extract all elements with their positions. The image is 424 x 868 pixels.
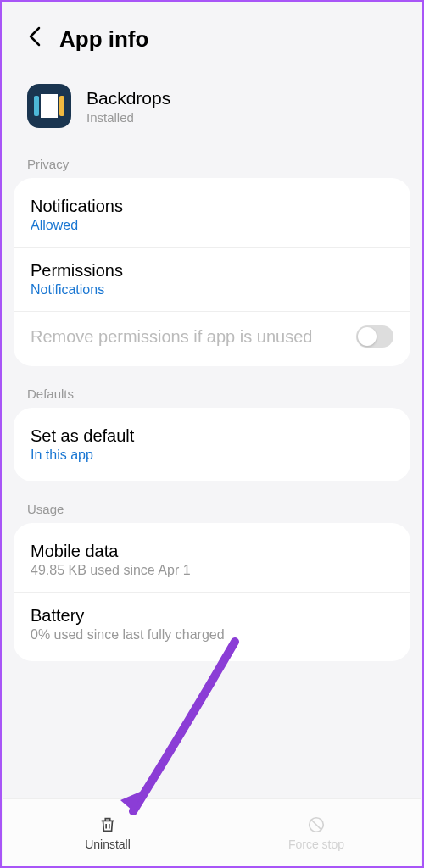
force-stop-button: Force stop: [212, 799, 421, 866]
page-title: App info: [59, 26, 148, 53]
uninstall-button[interactable]: Uninstall: [3, 799, 212, 866]
defaults-card: Set as default In this app: [14, 408, 410, 481]
mobile-data-value: 49.85 KB used since Apr 1: [31, 563, 393, 578]
app-header: Backdrops Installed: [2, 69, 422, 148]
notifications-row[interactable]: Notifications Allowed: [14, 183, 410, 248]
app-name: Backdrops: [86, 88, 170, 108]
privacy-card: Notifications Allowed Permissions Notifi…: [14, 178, 410, 366]
app-status: Installed: [86, 110, 170, 125]
section-label-defaults: Defaults: [2, 378, 422, 408]
permissions-title: Permissions: [31, 261, 393, 281]
notifications-title: Notifications: [31, 197, 393, 216]
permissions-value: Notifications: [31, 282, 393, 298]
battery-title: Battery: [31, 606, 393, 626]
mobile-data-title: Mobile data: [31, 542, 393, 561]
permissions-row[interactable]: Permissions Notifications: [14, 248, 410, 312]
uninstall-label: Uninstall: [85, 837, 131, 851]
set-default-row[interactable]: Set as default In this app: [14, 413, 410, 476]
section-label-usage: Usage: [2, 493, 422, 523]
set-default-title: Set as default: [31, 426, 393, 446]
mobile-data-row[interactable]: Mobile data 49.85 KB used since Apr 1: [14, 528, 410, 593]
remove-permissions-row[interactable]: Remove permissions if app is unused: [14, 312, 410, 361]
back-button[interactable]: [27, 25, 42, 53]
set-default-value: In this app: [31, 448, 393, 463]
remove-permissions-toggle[interactable]: [356, 326, 393, 348]
app-icon: [27, 84, 71, 128]
battery-value: 0% used since last fully charged: [31, 627, 393, 643]
trash-icon: [98, 815, 117, 834]
section-label-privacy: Privacy: [2, 148, 422, 178]
remove-permissions-title: Remove permissions if app is unused: [31, 327, 356, 347]
bottom-bar: Uninstall Force stop: [3, 798, 421, 866]
stop-icon: [307, 815, 326, 834]
notifications-value: Allowed: [31, 218, 393, 233]
usage-card: Mobile data 49.85 KB used since Apr 1 Ba…: [14, 523, 410, 661]
battery-row[interactable]: Battery 0% used since last fully charged: [14, 593, 410, 656]
force-stop-label: Force stop: [288, 837, 344, 851]
